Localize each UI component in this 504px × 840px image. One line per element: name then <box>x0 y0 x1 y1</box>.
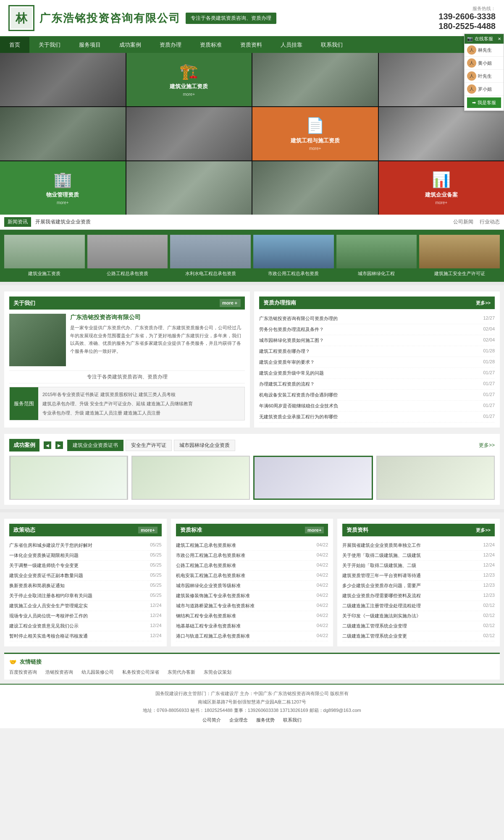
friend-link-0[interactable]: 百度投资咨询 <box>9 669 37 675</box>
resource-item-5: 建筑企业资质升级中常见的问题01/27 <box>259 368 495 379</box>
resources-data-more[interactable]: 更多>> <box>476 527 491 533</box>
res-link-2[interactable]: 关于开始始「取得二级建筑施、二级 <box>342 562 478 569</box>
resource-more[interactable]: 更多>> <box>476 300 491 306</box>
nav-home[interactable]: 首页 <box>0 37 29 53</box>
nav-standards[interactable]: 资质标准 <box>191 37 231 53</box>
std-link-2[interactable]: 公路工程施工总承包资质标准 <box>176 562 312 569</box>
widget-staff-1[interactable]: 人 黄小姐 <box>465 57 504 70</box>
policy-more[interactable]: more+ <box>138 527 157 533</box>
res-link-7[interactable]: 关于印发《一级建造施法则实施办法》 <box>342 613 478 619</box>
service-garden[interactable]: 城市园林绿化工程 <box>336 235 417 277</box>
policy-link-2[interactable]: 关于调整一级建造师统个专业变更 <box>9 562 145 569</box>
std-link-0[interactable]: 建筑工程施工总承包资质标准 <box>176 542 312 549</box>
nav-qualification[interactable]: 资质办理 <box>150 37 191 53</box>
footer-nav-contact[interactable]: 联系我们 <box>283 717 302 723</box>
about-slogan-bar: 专注于各类建筑资质咨询、资质办理 <box>9 370 245 383</box>
close-icon[interactable]: ✕ <box>498 37 501 41</box>
res-link-4[interactable]: 多少企建筑企业资质存在问题，需要严 <box>342 583 478 589</box>
policy-link-3[interactable]: 建筑业企业资质证书正副本数量问题 <box>9 572 145 579</box>
camera-icon: 📷 <box>467 36 473 42</box>
friend-link-1[interactable]: 浩铭投资咨询 <box>45 669 73 675</box>
about-section: 关于我们 more＋ 广东浩铭投资咨询有限公司 是一家专业提供广东资质代办、广东… <box>4 291 250 428</box>
resource-link-6[interactable]: 办理建筑工程资质的流程？ <box>259 381 478 387</box>
marquee-link-industry[interactable]: 行业动态 <box>480 218 500 226</box>
std-link-8[interactable]: 地基基础工程专业承包资质标准 <box>176 623 312 629</box>
widget-cta-button[interactable]: ➡ 我是客服 <box>467 97 501 108</box>
resource-link-7[interactable]: 机电设备安装工程资质办理会遇到哪些 <box>259 392 478 398</box>
std-link-6[interactable]: 城市与道路桥梁施工专业承包资质标准 <box>176 603 312 609</box>
standards-more[interactable]: more+ <box>305 527 324 533</box>
res-link-1[interactable]: 关于使用「取得二级建筑施、二级建筑 <box>342 552 478 559</box>
policy-link-1[interactable]: 一体化企业资质换证期限相关问题 <box>9 552 145 559</box>
policy-link-0[interactable]: 广东省住房和城乡建设厅关于您的好解对 <box>9 542 145 549</box>
footer-nav-culture[interactable]: 企业理念 <box>229 717 248 723</box>
widget-staff-2[interactable]: 人 叶先生 <box>465 70 504 83</box>
about-more[interactable]: more＋ <box>220 299 241 307</box>
footer-nav-intro[interactable]: 公司简介 <box>202 717 221 723</box>
cases-more[interactable]: 更多>> <box>479 442 495 449</box>
res-link-5[interactable]: 建筑企业资质办理需要哪些资料及流程 <box>342 593 478 599</box>
nav-cases[interactable]: 成功案例 <box>110 37 150 53</box>
friend-link-2[interactable]: 幼儿园装修公司 <box>81 669 114 675</box>
cases-tab-0[interactable]: 建筑业企业资质证书 <box>67 440 123 451</box>
hero-cell-property[interactable]: 🏢 物业管理资质 more+ <box>0 161 126 215</box>
res-link-9[interactable]: 二级建造施工管理系统企业变更 <box>342 633 478 639</box>
resource-item-0: 广东浩铭投资咨询有限公司资质办理的12/27 <box>259 313 495 324</box>
marquee-link-news[interactable]: 公司新闻 <box>453 218 473 226</box>
hero-cell-red[interactable]: 📊 建筑企业备案 more+ <box>379 161 504 215</box>
friend-link-3[interactable]: 私务投资公司深省 <box>122 669 159 675</box>
policy-link-4[interactable]: 换新资质表和简易换证通知 <box>9 583 145 589</box>
nav-personnel[interactable]: 人员挂靠 <box>271 37 312 53</box>
hero-cell-orange[interactable]: 📄 建筑工程与施工资质 more+ <box>252 107 378 160</box>
resource-link-4[interactable]: 建筑企业资质年审的要求？ <box>259 359 478 365</box>
widget-staff-3[interactable]: 人 罗小姐 <box>465 83 504 96</box>
res-link-3[interactable]: 建筑资质管理三年一平台资料请等待通 <box>342 572 478 579</box>
resource-link-0[interactable]: 广东浩铭投资咨询有限公司资质办理的 <box>259 315 478 322</box>
chart-icon: 📊 <box>432 171 451 189</box>
footer-nav-advantages[interactable]: 服务优势 <box>256 717 275 723</box>
std-link-7[interactable]: 钢结构工程专业承包资质标准 <box>176 613 312 619</box>
nav-materials[interactable]: 资质资料 <box>231 37 271 53</box>
res-link-8[interactable]: 二级建造施工管理系统企业变理 <box>342 623 478 629</box>
service-municipal[interactable]: 市政公用工程总承包资质 <box>253 235 334 277</box>
policy-link-9[interactable]: 暂时停止相关实造考核合格证书核发通 <box>9 633 145 639</box>
res-link-0[interactable]: 开展我省建筑企业业资质简单独立工作 <box>342 542 478 549</box>
policy-link-5[interactable]: 关于停止全取消注册各相约印章有关问题 <box>9 593 145 599</box>
cases-tabs: 建筑业企业资质证书 安全生产许可证 城市园林绿化企业资质 <box>67 440 475 451</box>
nav-contact[interactable]: 联系我们 <box>312 37 352 53</box>
service-highway[interactable]: 公路工程总承包资质 <box>87 235 168 277</box>
policy-link-6[interactable]: 建筑施工企业人员安全生产管理规定实 <box>9 603 145 609</box>
std-link-3[interactable]: 机电安装工程施工总承包资质标准 <box>176 572 312 579</box>
friend-link-4[interactable]: 东莞代办客新 <box>168 669 195 675</box>
about-image <box>9 314 66 366</box>
cases-tab-2[interactable]: 城市园林绿化企业资质 <box>174 440 235 451</box>
hero-cell-green[interactable]: 🏗️ 建筑业施工资质 more+ <box>126 53 252 106</box>
service-water[interactable]: 水利水电工程总承包资质 <box>170 235 251 277</box>
service-construction[interactable]: 建筑业施工资质 <box>4 235 85 277</box>
widget-staff-0[interactable]: 人 林先生 <box>465 44 504 57</box>
resource-link-9[interactable]: 无建筑资质企业承接工程行为的有哪些 <box>259 414 478 420</box>
nav-about[interactable]: 关于我们 <box>29 37 70 53</box>
nav-services[interactable]: 服务项目 <box>70 37 110 53</box>
policy-link-8[interactable]: 建设工程企业资质意见见我们公示 <box>9 623 145 629</box>
cases-tab-1[interactable]: 安全生产许可证 <box>126 440 172 451</box>
cases-nav-prev[interactable]: ◀ <box>44 441 51 449</box>
resource-date-5: 01/27 <box>478 370 495 376</box>
widget-title: 在线客服 <box>475 36 493 42</box>
resource-link-2[interactable]: 城市园林绿化资质如何施工图？ <box>259 337 478 344</box>
resources-data-list: 开展我省建筑企业业资质简单独立工作12/24 关于使用「取得二级建筑施、二级建筑… <box>342 541 495 641</box>
resource-link-8[interactable]: 年满60周岁是否能继续稳住企业技术负 <box>259 403 478 409</box>
friend-link-5[interactable]: 东莞会议策划 <box>204 669 231 675</box>
policy-link-7[interactable]: 现场专业人员岗位统一考核评价工作的 <box>9 613 145 619</box>
standards-section: 资质标准 more+ 建筑工程施工总承包资质标准04/22 市政公用工程施工总承… <box>171 519 333 646</box>
service-safety[interactable]: 建筑施工安全生产许可证 <box>419 235 500 277</box>
resource-link-1[interactable]: 劳务分包资质办理流程及条件？ <box>259 326 478 333</box>
std-link-5[interactable]: 建筑装修装饰施工专业承包资质标准 <box>176 593 312 599</box>
std-link-1[interactable]: 市政公用工程施工总承包资质标准 <box>176 552 312 559</box>
std-link-4[interactable]: 城市园林绿化企业资质等级标准 <box>176 583 312 589</box>
cases-nav-next[interactable]: ▶ <box>55 441 63 449</box>
res-link-6[interactable]: 二级建造施工注册管理业处理流程处理 <box>342 603 478 609</box>
resource-link-5[interactable]: 建筑企业资质升级中常见的问题 <box>259 370 478 376</box>
resource-link-3[interactable]: 建筑工程资质在哪办理？ <box>259 348 478 354</box>
std-link-9[interactable]: 港口与轨道工程施工总承包资质标准 <box>176 633 312 639</box>
